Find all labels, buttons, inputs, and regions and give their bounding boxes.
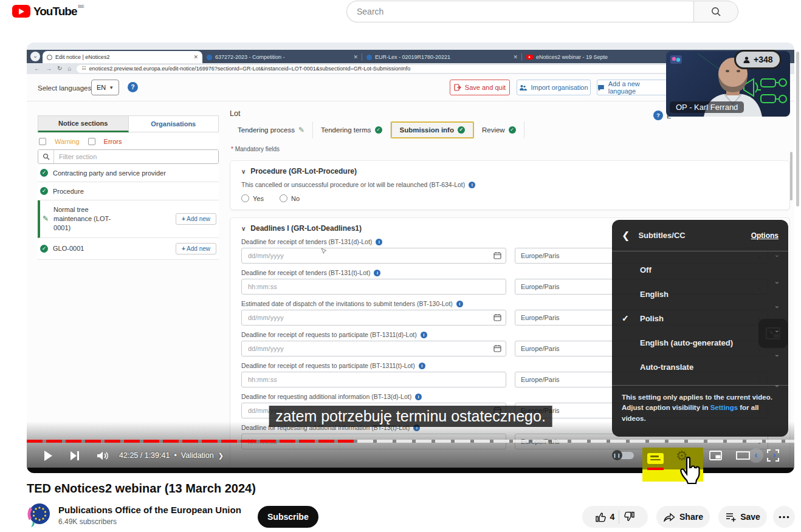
radio-icon[interactable] <box>241 194 249 202</box>
play-button[interactable] <box>38 443 58 468</box>
info-icon[interactable]: i <box>469 182 475 188</box>
browser-tab[interactable]: EUR-Lex - 02019R1780-20221 ✕ <box>362 51 522 63</box>
share-button[interactable]: Share <box>656 506 710 528</box>
subscribe-button[interactable]: Subscribe <box>258 506 318 528</box>
back-icon[interactable]: ← <box>34 66 40 72</box>
relaunch-no-option[interactable]: No <box>280 194 300 202</box>
radio-icon[interactable] <box>280 194 287 202</box>
help-icon[interactable]: ? <box>128 82 138 92</box>
subtitle-option-autotranslate[interactable]: Auto-translate ⌄ <box>612 355 788 379</box>
subtitle-option-english[interactable]: English ⌄ <box>612 282 788 306</box>
theater-button[interactable] <box>731 443 755 468</box>
search-button[interactable] <box>693 1 738 22</box>
info-icon[interactable]: i <box>374 270 380 276</box>
tab-tendering-process[interactable]: Tendering process ✎ <box>230 121 313 138</box>
browser-tab-active[interactable]: Edit notice | eNotices2 ✕ <box>43 51 202 63</box>
procedure-card-title: Procedure (GR-Lot-Procedure) <box>250 167 357 176</box>
subtitle-option-off[interactable]: Off ⌄ <box>612 257 788 282</box>
tab-close-icon[interactable]: ✕ <box>513 54 518 60</box>
info-icon[interactable]: i <box>456 301 463 307</box>
tab-tendering-terms[interactable]: Tendering terms ✓ <box>313 121 390 138</box>
add-new-lot-button[interactable]: + Add new <box>176 213 216 225</box>
section-item-contracting-party[interactable]: ✓ Contracting party and service provider <box>38 164 219 182</box>
pencil-icon: ✎ <box>43 214 49 223</box>
next-button[interactable] <box>64 443 85 468</box>
volume-button[interactable] <box>91 443 113 468</box>
subtitles-menu-header: ❮ Subtitles/CC Options <box>612 220 788 251</box>
procedure-card-header[interactable]: ∨ Procedure (GR-Lot-Procedure) <box>241 167 779 176</box>
deadline-time-input[interactable] <box>241 279 506 295</box>
save-and-quit-button[interactable]: Save and quit <box>450 80 510 95</box>
chapter-name[interactable]: Validation <box>181 451 214 460</box>
miniplayer-button[interactable] <box>703 443 727 468</box>
browser-tab[interactable]: 637272-2023 - Competition - ✕ <box>202 51 362 63</box>
channel-name[interactable]: Publications Office of the European Unio… <box>58 505 241 515</box>
procedure-card: ∨ Procedure (GR-Lot-Procedure) This canc… <box>230 160 790 210</box>
participate-time-input[interactable] <box>241 372 506 387</box>
app-scrollbar[interactable] <box>790 152 792 200</box>
like-button[interactable]: 4 <box>595 511 615 522</box>
chevron-right-icon[interactable]: ❯ <box>218 452 224 460</box>
import-organisation-button[interactable]: Import organisation <box>517 80 591 95</box>
calendar-icon[interactable] <box>493 251 501 259</box>
progress-bar[interactable] <box>27 440 794 443</box>
deadline-date-input[interactable] <box>241 248 506 264</box>
youtube-logo[interactable]: YouTube BE <box>12 5 84 18</box>
tab-search-chevron-icon[interactable]: ⌄ <box>30 52 40 61</box>
page-scrollbar[interactable] <box>796 52 799 206</box>
channel-avatar[interactable] <box>27 502 52 527</box>
section-item-glo[interactable]: ✓ GLO-0001 + Add new <box>38 238 219 260</box>
help-icon[interactable]: ? <box>653 111 663 120</box>
warning-checkbox[interactable] <box>39 138 46 145</box>
section-item-lot[interactable]: ✎ Normal tree maintenance (LOT-0001) + A… <box>38 200 219 238</box>
participate-date-input[interactable] <box>241 341 506 356</box>
video-player[interactable]: ⌄ Edit notice | eNotices2 ✕ 637272-2023 … <box>27 43 794 473</box>
reload-icon[interactable]: ↻ <box>57 66 62 72</box>
dislike-button[interactable] <box>624 511 635 522</box>
tab-close-icon[interactable]: ✕ <box>193 54 198 60</box>
home-icon[interactable]: ⌂ <box>67 66 71 72</box>
errors-checkbox[interactable] <box>88 138 95 145</box>
youtube-region-label: BE <box>78 4 84 9</box>
info-icon[interactable]: i <box>376 239 382 245</box>
toggle-pill: ❙❙ <box>613 452 634 459</box>
back-chevron-icon[interactable]: ❮ <box>622 230 630 241</box>
more-actions-button[interactable] <box>773 506 795 528</box>
filter-section-input[interactable] <box>54 150 218 163</box>
site-info-icon[interactable]: ☷ <box>81 66 86 71</box>
calendar-icon[interactable] <box>493 313 501 321</box>
captions-button[interactable] <box>647 453 664 464</box>
add-new-glo-button[interactable]: + Add new <box>176 243 216 254</box>
language-select[interactable]: EN ▼ <box>91 80 119 95</box>
save-button[interactable]: Save <box>718 506 767 528</box>
browser-tab[interactable]: eNotices2 webinar - 19 Septe ✕ <box>522 51 682 63</box>
subtitle-option-english-auto[interactable]: English (auto-generated) ⌄ <box>612 330 788 355</box>
settings-link[interactable]: Settings <box>710 404 738 411</box>
dispatch-date-input[interactable] <box>241 310 506 326</box>
play-icon <box>44 451 53 461</box>
timezone-value: Europe/Paris <box>521 345 560 352</box>
next-icon <box>70 451 80 460</box>
info-icon[interactable]: i <box>419 363 425 369</box>
forward-icon[interactable]: → <box>46 66 52 72</box>
subtitles-options-link[interactable]: Options <box>751 231 779 240</box>
subtitle-option-polish[interactable]: ✓ Polish ⌄ <box>612 306 788 330</box>
tab-organisations[interactable]: Organisations <box>129 115 219 132</box>
search-input[interactable] <box>346 1 693 22</box>
relaunch-yes-option[interactable]: Yes <box>241 194 264 202</box>
date-input-wrap <box>241 310 506 326</box>
check-circle-icon: ✓ <box>40 169 48 177</box>
autoplay-toggle[interactable]: ❙❙ <box>610 443 637 468</box>
tab-close-icon[interactable]: ✕ <box>353 54 358 60</box>
tab-notice-sections[interactable]: Notice sections <box>38 115 129 132</box>
fullscreen-button[interactable] <box>760 443 786 468</box>
check-circle-icon: ✓ <box>509 126 516 134</box>
tab-submission-info[interactable]: Submission info ✓ <box>391 121 474 138</box>
section-item-procedure[interactable]: ✓ Procedure <box>38 182 219 200</box>
info-icon[interactable]: i <box>415 394 422 400</box>
add-language-button[interactable]: Add a new language <box>597 80 669 95</box>
ted-favicon <box>207 55 212 60</box>
tab-review[interactable]: Review ✓ <box>474 121 524 138</box>
calendar-icon[interactable] <box>493 344 501 352</box>
info-icon[interactable]: i <box>421 332 427 338</box>
